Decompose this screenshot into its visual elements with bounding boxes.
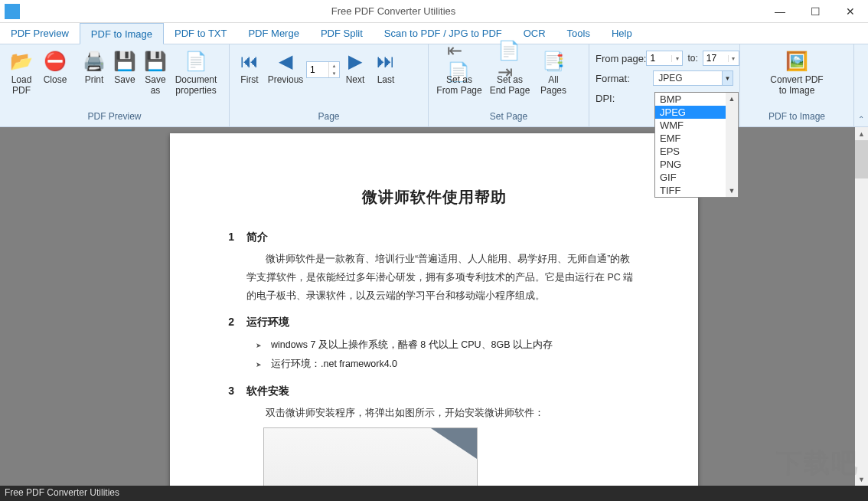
last-page-button[interactable]: ⏭ Last	[370, 47, 401, 87]
to-page-input[interactable]: ▾	[703, 51, 739, 66]
set-as-end-page-button[interactable]: 📄⇥ Set as End Page	[485, 47, 534, 98]
dropdown-icon[interactable]: ▾	[728, 55, 739, 62]
chevron-down-icon[interactable]: ▼	[722, 71, 733, 85]
group-label-preview: PDF Preview	[0, 111, 229, 126]
maximize-button[interactable]: ☐	[798, 0, 833, 23]
to-label: to:	[687, 53, 697, 64]
last-label: Last	[377, 75, 395, 86]
ribbon-collapse-icon[interactable]: ⌃	[854, 44, 868, 126]
sec1-num: 1	[216, 231, 234, 244]
save-as-icon: 💾	[143, 49, 168, 74]
all-pages-icon: 📑	[541, 49, 566, 74]
save-icon: 💾	[113, 49, 137, 74]
save-label: Save	[114, 75, 135, 86]
status-bar: Free PDF Converter Utilities	[0, 486, 868, 501]
set-as-from-page-button[interactable]: ⇤📄 Set as From Page	[433, 47, 485, 98]
previous-page-button[interactable]: ◀ Previous	[265, 47, 306, 87]
ribbon-tabs: PDF Preview PDF to Image PDF to TXT PDF …	[0, 23, 868, 44]
convert-pdf-to-image-button[interactable]: 🖼️ Convert PDF to Image	[764, 47, 830, 98]
load-pdf-label: Load PDF	[11, 75, 32, 97]
scrollbar-thumb[interactable]	[855, 140, 868, 178]
page-number-field[interactable]	[307, 64, 328, 75]
tab-help[interactable]: Help	[601, 23, 643, 44]
from-page-label: From page:	[596, 53, 646, 64]
sec3-title: 软件安装	[246, 385, 289, 398]
sec3-num: 3	[216, 385, 234, 398]
next-label: Next	[346, 75, 365, 86]
from-page-field[interactable]	[647, 53, 671, 64]
scroll-up-icon[interactable]: ▲	[726, 93, 738, 105]
last-icon: ⏭	[374, 49, 398, 74]
tab-pdf-to-txt[interactable]: PDF to TXT	[164, 23, 237, 44]
first-page-button[interactable]: ⏮ First	[234, 47, 265, 87]
all-pages-button[interactable]: 📑 All Pages	[534, 47, 573, 98]
folder-open-icon: 📂	[9, 49, 34, 74]
group-label-convert: PDF to Image	[740, 111, 853, 126]
scroll-up-icon[interactable]: ▲	[855, 127, 868, 140]
format-combobox[interactable]: JPEG ▼	[653, 70, 733, 86]
previous-icon: ◀	[273, 49, 298, 74]
convert-label: Convert PDF to Image	[770, 75, 823, 97]
format-value: JPEG	[654, 73, 722, 84]
app-icon	[5, 4, 20, 19]
save-as-button[interactable]: 💾 Save as	[140, 47, 171, 98]
printer-icon: 🖨️	[82, 49, 106, 74]
all-pages-label: All Pages	[540, 75, 566, 97]
from-page-icon: ⇤📄	[447, 49, 472, 74]
pdf-page: 微讲师软件使用帮助 1简介 微讲师软件是一款教育、培训行业“普遍适用、人人能用、…	[170, 133, 698, 486]
first-icon: ⏮	[237, 49, 262, 74]
to-page-field[interactable]	[703, 53, 728, 64]
first-label: First	[240, 75, 258, 86]
from-page-label: Set as From Page	[436, 75, 481, 97]
tab-pdf-split[interactable]: PDF Split	[310, 23, 374, 44]
print-button[interactable]: 🖨️ Print	[79, 47, 109, 87]
end-page-icon: 📄⇥	[498, 49, 522, 74]
close-window-button[interactable]: ✕	[833, 0, 868, 23]
minimize-button[interactable]: —	[762, 0, 798, 23]
save-as-label: Save as	[145, 75, 165, 97]
tab-scan-to-pdf[interactable]: Scan to PDF / JPG to PDF	[374, 23, 513, 44]
close-doc-icon: ⛔	[43, 49, 67, 74]
save-button[interactable]: 💾 Save	[109, 47, 140, 87]
doc-para-1: 微讲师软件是一款教育、培训行业“普遍适用、人人能用、易学好用、无师自通”的教学支…	[246, 250, 638, 305]
end-page-label: Set as End Page	[490, 75, 530, 97]
previous-label: Previous	[268, 75, 304, 86]
properties-icon: 📄	[184, 49, 208, 74]
doc-props-label: Document properties	[175, 75, 217, 97]
load-pdf-button[interactable]: 📂 Load PDF	[5, 47, 38, 98]
page-number-input[interactable]: ▲▼	[306, 61, 340, 78]
scroll-down-icon[interactable]: ▼	[726, 185, 738, 197]
tab-pdf-to-image[interactable]: PDF to Image	[80, 23, 164, 44]
from-page-input[interactable]: ▾	[646, 51, 683, 66]
doc-title: 微讲师软件使用帮助	[216, 187, 652, 208]
sec2-title: 运行环境	[246, 316, 289, 329]
dpi-label: DPI:	[596, 93, 654, 104]
sec1-title: 简介	[246, 231, 268, 244]
next-page-button[interactable]: ▶ Next	[340, 47, 370, 87]
close-button[interactable]: ⛔ Close	[38, 47, 72, 87]
window-title: Free PDF Converter Utilities	[24, 5, 762, 17]
doc-bullet-2: 运行环境：.net framework4.0	[256, 355, 652, 374]
spin-up-icon[interactable]: ▲	[329, 62, 339, 70]
format-dropdown-list[interactable]: BMP JPEG WMF EMF EPS PNG GIF TIFF ▲ ▼	[654, 92, 739, 198]
tab-pdf-preview[interactable]: PDF Preview	[0, 23, 80, 44]
sec2-num: 2	[216, 316, 234, 329]
document-properties-button[interactable]: 📄 Document properties	[171, 47, 221, 98]
close-label: Close	[44, 75, 67, 86]
format-label: Format:	[596, 73, 653, 84]
dropdown-scrollbar[interactable]: ▲ ▼	[726, 93, 738, 197]
next-icon: ▶	[343, 49, 367, 74]
doc-para-2: 双击微讲师安装程序，将弹出如图所示，开始安装微讲师软件：	[246, 404, 638, 423]
scroll-down-icon[interactable]: ▼	[855, 473, 868, 486]
tab-pdf-merge[interactable]: PDF Merge	[237, 23, 309, 44]
spin-down-icon[interactable]: ▼	[329, 70, 339, 77]
convert-icon: 🖼️	[785, 49, 809, 74]
installer-screenshot	[263, 427, 478, 486]
group-label-page: Page	[230, 111, 428, 126]
preview-scrollbar[interactable]: ▲ ▼	[855, 127, 868, 486]
print-label: Print	[85, 75, 104, 86]
group-label-setpage: Set Page	[429, 111, 589, 126]
doc-bullet-1: windows 7 及以上操作系统，酷睿 8 代以上 CPU、8GB 以上内存	[256, 336, 652, 355]
tab-tools[interactable]: Tools	[556, 23, 601, 44]
dropdown-icon[interactable]: ▾	[671, 55, 682, 62]
